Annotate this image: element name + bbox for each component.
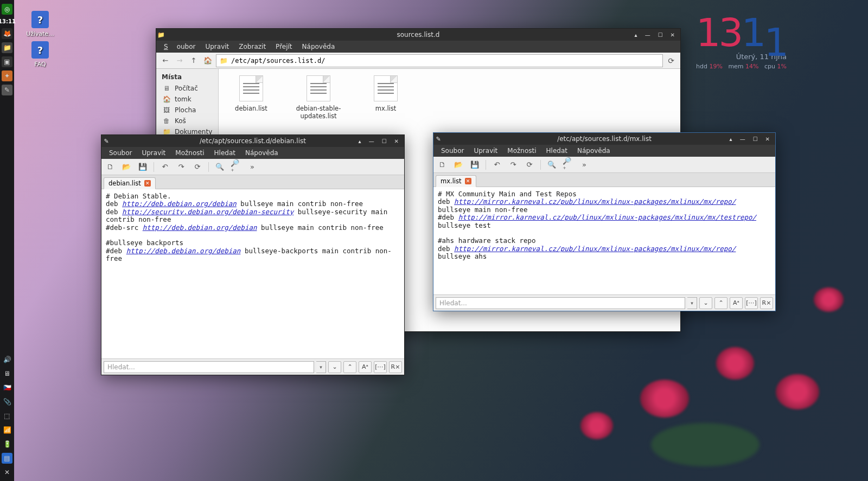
desktop-icon-faq[interactable]: ? FAQ: [23, 41, 58, 68]
file-item[interactable]: debian.list: [227, 75, 275, 112]
taskbar-clock[interactable]: 13:11: [0, 18, 16, 24]
menu-file[interactable]: Soubor: [437, 146, 468, 156]
network-icon[interactable]: 📶: [2, 425, 12, 435]
close-button[interactable]: ✕: [671, 32, 675, 38]
case-sensitive-button[interactable]: Aᵃ: [359, 361, 372, 373]
redo-button[interactable]: ↷: [508, 159, 519, 170]
open-file-button[interactable]: 📂: [453, 159, 464, 170]
whole-word-button[interactable]: [⋯]: [374, 361, 387, 373]
app-icon[interactable]: ✦: [2, 70, 12, 81]
rollup-button[interactable]: ▴: [359, 138, 361, 144]
editor-titlebar[interactable]: ✎ /etc/apt/sources.list.d/debian.list ▴ …: [101, 135, 404, 147]
url-link[interactable]: http://mirror.karneval.cz/pub/linux/mxli…: [458, 213, 756, 221]
editor-tab[interactable]: debian.list ✕: [104, 177, 156, 189]
maximize-button[interactable]: ☐: [658, 32, 663, 38]
location-bar[interactable]: 📁 /etc/apt/sources.list.d/: [216, 54, 663, 67]
search-history-dropdown[interactable]: ▾: [316, 361, 326, 373]
reload-button[interactable]: ⟳: [192, 162, 203, 172]
editor-titlebar[interactable]: ✎ /etc/apt/sources.list.d/mx.list ▴ — ☐ …: [433, 133, 775, 145]
menu-search[interactable]: Hledat: [210, 148, 240, 158]
undo-button[interactable]: ↶: [492, 159, 502, 170]
filemanager-titlebar[interactable]: 📁 sources.list.d ▴ — ☐ ✕: [156, 29, 680, 41]
regex-button[interactable]: R×: [760, 297, 773, 309]
menu-edit[interactable]: Upravit: [201, 42, 233, 52]
menu-search[interactable]: Hledat: [542, 146, 572, 156]
menu-help[interactable]: Nápověda: [573, 146, 615, 156]
nav-home-button[interactable]: 🏠: [202, 55, 214, 67]
editor-text-area[interactable]: # Debian Stable. deb http://deb.debian.o…: [101, 189, 404, 358]
editor-icon[interactable]: ✎: [2, 85, 12, 95]
terminal-icon[interactable]: ▣: [2, 56, 12, 67]
save-button[interactable]: 💾: [137, 162, 148, 172]
sidebar-item-home[interactable]: 🏠tomk: [157, 94, 217, 105]
menu-edit[interactable]: Upravit: [137, 148, 170, 158]
menu-help[interactable]: Nápověda: [298, 42, 340, 52]
package-icon[interactable]: ⬚: [2, 411, 12, 421]
url-link[interactable]: http://mirror.karneval.cz/pub/linux/mxli…: [454, 245, 736, 253]
editor-text-area[interactable]: # MX Community Main and Test Repos deb h…: [433, 187, 775, 294]
url-link[interactable]: http://deb.debian.org/debian: [143, 223, 257, 232]
nav-back-button[interactable]: ←: [159, 55, 171, 67]
more-button[interactable]: »: [247, 162, 258, 172]
keyboard-layout-icon[interactable]: 🇨🇿: [2, 382, 12, 393]
firefox-icon[interactable]: 🦊: [2, 28, 12, 39]
menu-view[interactable]: Zobrazit: [234, 42, 270, 52]
close-button[interactable]: ✕: [394, 138, 399, 144]
search-history-dropdown[interactable]: ▾: [687, 297, 697, 309]
search-prev-button[interactable]: ⌃: [714, 297, 727, 309]
whole-word-button[interactable]: [⋯]: [745, 297, 758, 309]
search-input[interactable]: Hledat...: [104, 361, 314, 373]
menu-help[interactable]: Nápověda: [241, 148, 283, 158]
url-link[interactable]: http://mirror.karneval.cz/pub/linux/mxli…: [454, 197, 736, 206]
maximize-button[interactable]: ☐: [753, 136, 758, 142]
sidebar-item-trash[interactable]: 🗑Koš: [157, 116, 217, 126]
file-item[interactable]: debian-stable-updates.list: [295, 75, 342, 120]
case-sensitive-button[interactable]: Aᵃ: [730, 297, 743, 309]
maximize-button[interactable]: ☐: [382, 138, 387, 144]
volume-icon[interactable]: 🔊: [2, 354, 12, 365]
menu-go[interactable]: Přejít: [271, 42, 296, 52]
new-file-button[interactable]: 🗋: [437, 159, 448, 170]
search-button[interactable]: 🔍: [214, 162, 225, 172]
reload-button[interactable]: ⟳: [665, 56, 677, 65]
minimize-button[interactable]: —: [645, 32, 650, 38]
replace-button[interactable]: 🔎⁺: [563, 159, 573, 170]
save-button[interactable]: 💾: [469, 159, 480, 170]
more-button[interactable]: »: [579, 159, 590, 170]
url-link[interactable]: http://deb.debian.org/debian: [122, 200, 237, 208]
minimize-button[interactable]: —: [369, 138, 374, 144]
url-link[interactable]: http://security.debian.org/debian-securi…: [122, 208, 293, 216]
open-file-button[interactable]: 📂: [121, 162, 132, 172]
menu-file[interactable]: Soubor: [105, 148, 136, 158]
rollup-button[interactable]: ▴: [635, 32, 637, 38]
rollup-button[interactable]: ▴: [730, 136, 732, 142]
start-button[interactable]: ◎: [2, 4, 12, 15]
desktop-icon-user-guide[interactable]: ? Uživate...: [23, 11, 58, 37]
file-item[interactable]: mx.list: [362, 75, 410, 112]
search-next-button[interactable]: ⌄: [699, 297, 712, 309]
mx-menu-icon[interactable]: ✕: [2, 467, 12, 478]
new-file-button[interactable]: 🗋: [105, 162, 116, 172]
search-input[interactable]: Hledat...: [436, 297, 685, 309]
clipboard-icon[interactable]: 📎: [2, 396, 12, 407]
window-list-icon[interactable]: ▤: [2, 453, 12, 464]
undo-button[interactable]: ↶: [159, 162, 170, 172]
nav-forward-button[interactable]: →: [174, 55, 186, 67]
search-next-button[interactable]: ⌄: [328, 361, 341, 373]
url-link[interactable]: http://deb.debian.org/debian: [126, 247, 241, 255]
search-prev-button[interactable]: ⌃: [343, 361, 356, 373]
sidebar-item-computer[interactable]: 🖥Počítač: [157, 83, 217, 94]
regex-button[interactable]: R×: [389, 361, 402, 373]
redo-button[interactable]: ↷: [176, 162, 187, 172]
filemanager-icon[interactable]: 📁: [2, 42, 12, 53]
battery-icon[interactable]: 🔋: [2, 439, 12, 450]
menu-file[interactable]: Soubor: [159, 42, 200, 52]
replace-button[interactable]: 🔎⁺: [231, 162, 241, 172]
tab-close-button[interactable]: ✕: [144, 180, 151, 187]
nav-up-button[interactable]: ↑: [188, 55, 200, 67]
menu-options[interactable]: Možnosti: [171, 148, 208, 158]
menu-options[interactable]: Možnosti: [503, 146, 540, 156]
close-button[interactable]: ✕: [765, 136, 770, 142]
display-icon[interactable]: 🖥: [2, 368, 12, 379]
menu-edit[interactable]: Upravit: [469, 146, 502, 156]
